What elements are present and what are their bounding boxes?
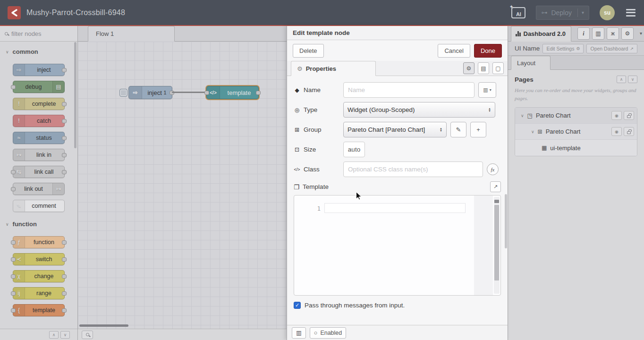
inject-trigger-button[interactable] xyxy=(119,89,127,97)
canvas-horizontal-scrollbar[interactable] xyxy=(79,324,128,327)
lock-button[interactable] xyxy=(624,111,634,120)
wire-inject-to-template[interactable] xyxy=(172,92,207,93)
template-label-row: ❐ Template ↗ xyxy=(294,181,501,192)
config-sidebar-button[interactable]: ⚙ xyxy=(621,27,634,40)
layout-tree-row-widget[interactable]: ▦ui-template xyxy=(515,140,637,156)
add-group-button[interactable]: + xyxy=(470,122,486,137)
tab-properties[interactable]: ⚙ Properties xyxy=(291,61,376,76)
tab-dashboard-2[interactable]: Dashboard 2.0 xyxy=(511,26,571,42)
passthrough-row: ✓ Pass through messages from input. xyxy=(294,302,501,309)
passthrough-checkbox[interactable]: ✓ xyxy=(294,302,301,309)
palette-node-link-in[interactable]: ↦link in xyxy=(13,149,65,161)
class-input[interactable] xyxy=(343,162,483,177)
palette-category-common[interactable]: ∨common xyxy=(0,44,77,59)
flow-tab[interactable]: Flow 1 xyxy=(88,26,175,42)
enabled-toggle-button[interactable]: ○ Enabled xyxy=(310,327,346,339)
gear-icon: ⚙ xyxy=(297,65,303,72)
palette-scrollbar[interactable] xyxy=(74,42,76,148)
palette-node-status[interactable]: ≈status xyxy=(13,132,65,144)
description-view-button[interactable]: ▤ xyxy=(478,62,489,74)
size-auto-button[interactable]: auto xyxy=(343,142,365,157)
workspace-title: Mushy-Parrot-Crossbill-6948 xyxy=(26,8,125,17)
tab-layout[interactable]: Layout xyxy=(511,56,551,70)
sidebar-menu-caret[interactable]: ▾ xyxy=(640,31,642,36)
palette-node-complete[interactable]: !complete xyxy=(13,98,65,110)
palette-node-debug[interactable]: ▤debug xyxy=(13,81,65,93)
open-dashboard-button[interactable]: Open Dashboard ↗ xyxy=(586,44,637,53)
properties-view-button[interactable]: ⚙ xyxy=(463,62,475,74)
template-input-port[interactable] xyxy=(204,91,209,95)
eye-icon: ◉ xyxy=(615,113,619,118)
palette-node-link-call[interactable]: ⇆link call xyxy=(13,166,65,178)
edit-group-button[interactable]: ✎ xyxy=(450,122,466,137)
visibility-eye-button[interactable]: ◉ xyxy=(611,127,622,136)
canvas-workspace[interactable]: ⇨ inject 1 </> template xyxy=(78,42,287,329)
palette-category-function[interactable]: ∨function xyxy=(0,217,77,231)
palette-node-switch[interactable]: ≺switch xyxy=(13,253,65,265)
group-select-value: Pareto Chart [Pareto Chart] xyxy=(347,126,437,133)
template-output-port[interactable] xyxy=(256,91,261,95)
node-output-port xyxy=(62,257,67,262)
deploy-caret-icon[interactable]: ▾ xyxy=(582,10,584,15)
flow-tab-bar: Flow 1 xyxy=(78,26,287,42)
fx-button[interactable]: fx xyxy=(487,163,499,175)
type-select[interactable]: Widget (Group-Scoped) ▲▼ xyxy=(343,102,495,118)
palette-node-inject[interactable]: ⇨inject xyxy=(13,64,65,76)
debug-sidebar-button[interactable]: ж xyxy=(607,27,619,40)
template-code-editor[interactable]: 1 xyxy=(294,195,501,296)
collapse-all-button[interactable]: ∧ xyxy=(617,76,626,83)
palette-node-change[interactable]: χchange xyxy=(13,270,65,282)
name-input[interactable] xyxy=(343,82,475,98)
inject-icon: ⇨ xyxy=(129,86,142,99)
editor-scrollbar[interactable] xyxy=(494,197,500,294)
layout-tree-row-page[interactable]: ∨◳Pareto Chart◉ xyxy=(515,108,637,124)
palette-filter-placeholder: filter nodes xyxy=(11,30,42,37)
visibility-eye-button[interactable]: ◉ xyxy=(611,111,622,120)
dialog-scrollbar[interactable] xyxy=(505,194,507,248)
palette-node-function[interactable]: ƒfunction xyxy=(13,236,65,248)
done-button[interactable]: Done xyxy=(474,44,502,58)
node-output-port xyxy=(62,308,67,313)
node-red-logo-glyph xyxy=(9,8,19,17)
expand-all-button[interactable]: ∨ xyxy=(628,76,637,83)
chevron-down-icon[interactable]: ∨ xyxy=(521,113,524,118)
label-options-button[interactable]: ▥ ▾ xyxy=(478,82,496,98)
canvas-node-template[interactable]: </> template xyxy=(206,86,259,99)
lock-button[interactable] xyxy=(624,127,634,136)
delete-button[interactable]: Delete xyxy=(293,44,324,58)
dialog-form: ◆ Name ▥ ▾ ◎ Type Widget xyxy=(287,76,508,325)
canvas-search-button[interactable] xyxy=(82,331,93,339)
deploy-button[interactable]: ⊶ Deploy ▾ xyxy=(536,6,589,20)
palette-node-link-out[interactable]: ↦link out xyxy=(13,183,65,195)
main-menu-button[interactable] xyxy=(625,7,636,18)
palette-node-comment[interactable]: ✎comment xyxy=(13,200,65,212)
palette-node-range[interactable]: ijrange xyxy=(13,287,65,299)
node-help-button[interactable]: ▥ xyxy=(292,327,306,339)
node-output-port xyxy=(62,170,67,174)
deploy-separator xyxy=(577,8,578,17)
ui-name-label: UI Name xyxy=(515,45,540,52)
expand-categories-button[interactable]: ∨ xyxy=(60,331,70,339)
ai-label: AI xyxy=(516,11,521,17)
cancel-button[interactable]: Cancel xyxy=(438,44,470,58)
layout-tree-row-group[interactable]: ∨⊞Pareto Chart◉ xyxy=(515,124,637,140)
palette-node-catch[interactable]: !catch xyxy=(13,115,65,127)
palette-search[interactable]: filter nodes xyxy=(0,26,77,42)
ui-name-row: UI Name Edit Settings ⚙ Open Dashboard ↗ xyxy=(508,42,644,56)
user-avatar[interactable]: su xyxy=(600,5,615,20)
appearance-view-button[interactable]: ▢ xyxy=(492,62,504,74)
help-sidebar-button[interactable]: ▥ xyxy=(592,27,604,40)
node-input-port xyxy=(11,308,16,313)
palette-node-template[interactable]: {template xyxy=(13,304,65,316)
ai-assistant-button[interactable]: ✦ AI xyxy=(511,7,525,18)
info-sidebar-button[interactable]: i xyxy=(577,27,590,40)
passthrough-label: Pass through messages from input. xyxy=(305,302,405,309)
canvas-node-inject[interactable]: ⇨ inject 1 xyxy=(128,86,172,99)
collapse-categories-button[interactable]: ∧ xyxy=(49,331,59,339)
expand-editor-button[interactable]: ↗ xyxy=(490,181,501,192)
edit-settings-button[interactable]: Edit Settings ⚙ xyxy=(542,44,584,53)
node-input-port xyxy=(11,274,16,279)
chevron-down-icon: ∨ xyxy=(6,222,9,227)
chevron-down-icon[interactable]: ∨ xyxy=(531,129,534,134)
group-select[interactable]: Pareto Chart [Pareto Chart] ▲▼ xyxy=(343,122,447,137)
